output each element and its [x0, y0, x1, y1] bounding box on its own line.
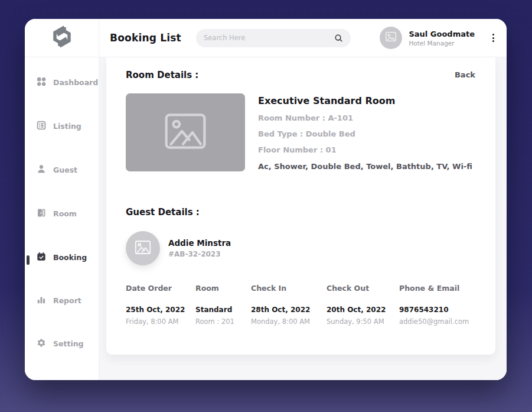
table-subcell-email: addie50@gmail.com: [399, 317, 484, 326]
table-cell-check-in: 28th Oct, 2022: [251, 306, 327, 317]
room-number: Room Number : A-101: [258, 113, 472, 122]
back-button[interactable]: Back: [455, 70, 475, 79]
room-floor-number: Floor Number : 01: [258, 145, 472, 154]
table-header-phone-email: Phone & Email: [399, 284, 484, 306]
guest-identity: Addie Minstra #AB-32-2023: [168, 238, 231, 258]
room-icon: [37, 208, 46, 219]
sidebar-item-listing[interactable]: Listing: [37, 121, 81, 132]
search-bar[interactable]: [196, 29, 351, 47]
room-info: Executive Standard Room Room Number : A-…: [258, 95, 472, 171]
sidebar-item-label: Room: [53, 209, 77, 218]
room-amenities: Ac, Shower, Double Bed, Towel, Bathtub, …: [258, 162, 472, 171]
sidebar-item-label: Guest: [53, 166, 77, 174]
guest-icon: [37, 164, 46, 176]
guest-booking-id: #AB-32-2023: [168, 250, 231, 258]
user-role: Hotel Manager: [409, 40, 475, 47]
sidebar-item-label: Report: [53, 296, 81, 305]
listing-icon: [37, 121, 46, 132]
room-details-heading: Room Details :: [126, 70, 198, 80]
table-header-check-in: Check In: [251, 284, 327, 306]
room-bed-type: Bed Type : Double Bed: [258, 129, 472, 138]
sidebar-item-dashboard[interactable]: Dashboard: [37, 77, 98, 88]
page-title: Booking List: [110, 32, 181, 44]
app-window: Dashboard Listing Gues: [25, 19, 507, 380]
kebab-menu-icon[interactable]: [490, 31, 497, 44]
table-header-date-order: Date Order: [126, 284, 195, 306]
app-background: Dashboard Listing Gues: [0, 0, 532, 412]
table-header-room: Room: [195, 284, 251, 306]
sidebar-item-booking[interactable]: Booking: [37, 252, 87, 263]
user-text: Saul Goodmate Hotel Manager: [409, 30, 475, 47]
guest-name: Addie Minstra: [168, 238, 231, 248]
guest-avatar: [126, 231, 160, 265]
sidebar-item-guest[interactable]: Guest: [37, 164, 77, 176]
image-placeholder-icon: [134, 240, 152, 257]
table-cell-phone: 9876543210: [399, 306, 484, 317]
sidebar-item-report[interactable]: Report: [37, 295, 81, 306]
table-cell-check-out: 20th Oct, 2022: [327, 306, 399, 317]
sidebar-item-room[interactable]: Room: [37, 208, 77, 219]
report-icon: [37, 295, 46, 306]
user-name: Saul Goodmate: [409, 30, 475, 38]
image-placeholder-icon: [162, 112, 209, 153]
sidebar-item-label: Dashboard: [53, 78, 98, 87]
table-subcell-check-in: Monday, 8:00 AM: [251, 317, 327, 326]
booking-table: Date Order Room Check In Check Out Phone…: [126, 284, 484, 326]
table-cell-room: Standard: [195, 306, 251, 317]
table-subcell-date-order: Friday, 8:00 AM: [126, 317, 195, 326]
search-input[interactable]: [204, 34, 334, 42]
table-cell-date-order: 25th Oct, 2022: [126, 306, 195, 317]
sidebar-item-label: Listing: [53, 122, 81, 131]
dashboard-icon: [37, 77, 46, 88]
sidebar-item-label: Booking: [53, 253, 87, 262]
room-photo-placeholder: [126, 93, 245, 171]
user-profile[interactable]: Saul Goodmate Hotel Manager: [380, 27, 475, 49]
top-header: Booking List: [99, 19, 507, 57]
table-subcell-room: Room : 201: [195, 317, 251, 326]
sidebar: Dashboard Listing Gues: [25, 19, 99, 380]
avatar: [380, 27, 402, 49]
search-icon[interactable]: [334, 34, 343, 43]
hexagon-monogram-logo-icon: [48, 24, 76, 51]
guest-details-heading: Guest Details :: [126, 207, 200, 218]
main-area: Room Details : Back Executive Standard R…: [99, 57, 507, 380]
room-title: Executive Standard Room: [258, 95, 472, 106]
table-header-check-out: Check Out: [327, 284, 399, 306]
setting-icon: [37, 338, 46, 349]
sidebar-item-setting[interactable]: Setting: [37, 338, 84, 349]
active-item-indicator: [27, 255, 30, 265]
sidebar-item-label: Setting: [53, 339, 84, 348]
table-subcell-check-out: Sunday, 9:50 AM: [327, 317, 399, 326]
logo: [25, 19, 99, 57]
booking-detail-card: Room Details : Back Executive Standard R…: [106, 57, 495, 355]
booking-icon: [37, 252, 46, 263]
image-placeholder-icon: [385, 31, 397, 44]
